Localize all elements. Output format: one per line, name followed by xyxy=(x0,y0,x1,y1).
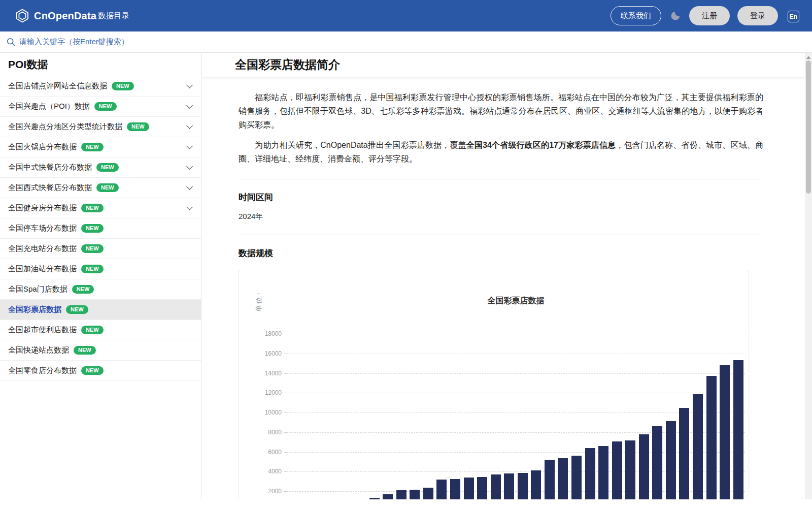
new-badge: NEW xyxy=(96,183,119,192)
sidebar-item-label: 全国加油站分布数据 xyxy=(8,264,77,274)
intro-paragraph-1: 福彩站点，即福利彩票销售点，是中国福利彩票发行管理中心授权的彩票销售场所。福彩站… xyxy=(239,90,763,132)
bar[interactable] xyxy=(598,446,608,499)
scrollbar-thumb[interactable] xyxy=(806,60,811,194)
sidebar-item-label: 全国兴趣点（POI）数据 xyxy=(8,102,90,111)
search-input[interactable]: 请输入关键字（按Enter键搜索） xyxy=(19,37,129,47)
bar[interactable] xyxy=(464,478,474,499)
new-badge: NEW xyxy=(81,204,104,212)
sidebar-item-label: 全国兴趣点分地区分类型统计数据 xyxy=(8,122,122,132)
time-range-heading: 时间区间 xyxy=(239,192,763,203)
y-tick-mark xyxy=(284,452,287,453)
bar[interactable] xyxy=(491,474,501,499)
y-tick-label: 18000 xyxy=(254,330,282,337)
bar[interactable] xyxy=(720,365,730,499)
chevron-down-icon xyxy=(186,82,193,88)
bar[interactable] xyxy=(706,376,717,499)
sidebar-item[interactable]: 全国停车场分布数据NEW xyxy=(0,218,201,239)
new-badge: NEW xyxy=(112,82,134,90)
sidebar-item[interactable]: 全国Spa门店数据NEW xyxy=(0,279,201,300)
bar[interactable] xyxy=(571,456,582,499)
y-tick-label: 8000 xyxy=(254,429,282,436)
bar[interactable] xyxy=(693,394,703,499)
main-content: 全国彩票店数据简介 福彩站点，即福利彩票销售点，是中国福利彩票发行管理中心授权的… xyxy=(202,53,805,499)
register-button[interactable]: 注册 xyxy=(689,6,730,25)
chevron-down-icon xyxy=(186,183,193,190)
chevron-down-icon xyxy=(186,102,193,109)
sidebar-item-label: 全国健身房分布数据 xyxy=(8,203,77,213)
sidebar-item[interactable]: 全国中式快餐店分布数据NEW xyxy=(0,157,201,178)
bar[interactable] xyxy=(477,477,487,499)
sidebar-item-label: 全国中式快餐店分布数据 xyxy=(8,163,92,172)
chevron-down-icon xyxy=(186,122,193,129)
y-tick-mark xyxy=(284,412,287,413)
sidebar-title: POI数据 xyxy=(0,53,201,76)
bar[interactable] xyxy=(612,441,622,499)
sidebar-item[interactable]: 全国充电站分布数据NEW xyxy=(0,239,201,259)
y-tick-mark xyxy=(284,334,287,334)
bar[interactable] xyxy=(369,498,380,499)
sidebar-item[interactable]: 全国店铺点评网站全信息数据NEW xyxy=(0,76,201,97)
bar[interactable] xyxy=(383,494,393,499)
bar[interactable] xyxy=(666,421,676,499)
sidebar-item[interactable]: 全国兴趣点（POI）数据NEW xyxy=(0,97,201,117)
contact-us-button[interactable]: 联系我们 xyxy=(611,6,661,25)
time-range-value: 2024年 xyxy=(239,212,763,221)
logo[interactable]: CnOpenData xyxy=(15,0,96,31)
sidebar-item[interactable]: 全国健身房分布数据NEW xyxy=(0,198,201,218)
gridline xyxy=(287,354,745,354)
bar[interactable] xyxy=(625,440,635,499)
sidebar-item-label: 全国彩票店数据 xyxy=(8,305,61,314)
sidebar-item[interactable]: 全国火锅店分布数据NEW xyxy=(0,137,201,157)
bar[interactable] xyxy=(545,460,555,499)
sidebar-item[interactable]: 全国零食店分布数据NEW xyxy=(0,361,201,381)
gridline xyxy=(287,491,745,492)
bar[interactable] xyxy=(410,490,420,499)
language-toggle-button[interactable]: En xyxy=(788,11,799,22)
sidebar: POI数据 全国店铺点评网站全信息数据NEW全国兴趣点（POI）数据NEW全国兴… xyxy=(0,53,201,499)
dark-mode-toggle[interactable] xyxy=(670,10,681,21)
section-divider xyxy=(239,179,763,179)
gridline xyxy=(287,432,745,433)
browser-viewport: CnOpenData 数据目录 联系我们 注册 登录 En xyxy=(0,0,812,499)
gridline xyxy=(287,452,745,453)
app-root: CnOpenData 数据目录 联系我们 注册 登录 En xyxy=(0,0,812,508)
bar[interactable] xyxy=(396,490,407,499)
bar[interactable] xyxy=(585,448,595,499)
intro-paragraph-2: 为助力相关研究，CnOpenData推出全国彩票店数据，覆盖全国34个省级行政区… xyxy=(239,138,763,166)
y-tick-label: 6000 xyxy=(254,449,282,456)
login-button[interactable]: 登录 xyxy=(737,6,778,25)
bar[interactable] xyxy=(558,458,568,499)
sidebar-item-label: 全国火锅店分布数据 xyxy=(8,142,77,152)
new-badge: NEW xyxy=(127,122,149,131)
search-bar[interactable]: 请输入关键字（按Enter键搜索） xyxy=(0,31,812,53)
sidebar-item[interactable]: 全国快递站点数据NEW xyxy=(0,340,201,361)
sidebar-item[interactable]: 全国加油站分布数据NEW xyxy=(0,259,201,279)
gridline xyxy=(287,471,745,472)
bar[interactable] xyxy=(733,360,743,499)
sidebar-item[interactable]: 全国兴趣点分地区分类型统计数据NEW xyxy=(0,117,201,137)
top-navigation-bar: CnOpenData 数据目录 联系我们 注册 登录 En xyxy=(0,0,812,31)
nav-item-data-catalog[interactable]: 数据目录 xyxy=(98,0,129,31)
sidebar-item[interactable]: 全国超市便利店数据NEW xyxy=(0,320,201,340)
bar[interactable] xyxy=(504,473,514,499)
bar[interactable] xyxy=(531,470,541,499)
scrollbar-up-arrow[interactable] xyxy=(806,56,810,59)
sidebar-item[interactable]: 全国西式快餐店分布数据NEW xyxy=(0,178,201,198)
bar[interactable] xyxy=(436,480,447,499)
new-badge: NEW xyxy=(74,346,96,355)
sidebar-item[interactable]: 全国彩票店数据NEW xyxy=(0,300,201,320)
gridline xyxy=(287,373,745,374)
bar[interactable] xyxy=(518,473,528,499)
bar[interactable] xyxy=(679,408,689,499)
bar[interactable] xyxy=(423,488,433,499)
chart-plot xyxy=(287,334,745,499)
bar[interactable] xyxy=(639,434,649,499)
vertical-scrollbar[interactable] xyxy=(805,53,812,499)
intro2-highlight: 全国34个省级行政区的17万家彩票店信息 xyxy=(466,141,616,149)
bar[interactable] xyxy=(652,426,662,499)
sidebar-item-label: 全国Spa门店数据 xyxy=(8,284,67,294)
page-title: 全国彩票店数据简介 xyxy=(202,53,805,77)
new-badge: NEW xyxy=(81,224,104,233)
y-tick-mark xyxy=(284,432,287,433)
bar[interactable] xyxy=(450,479,460,499)
